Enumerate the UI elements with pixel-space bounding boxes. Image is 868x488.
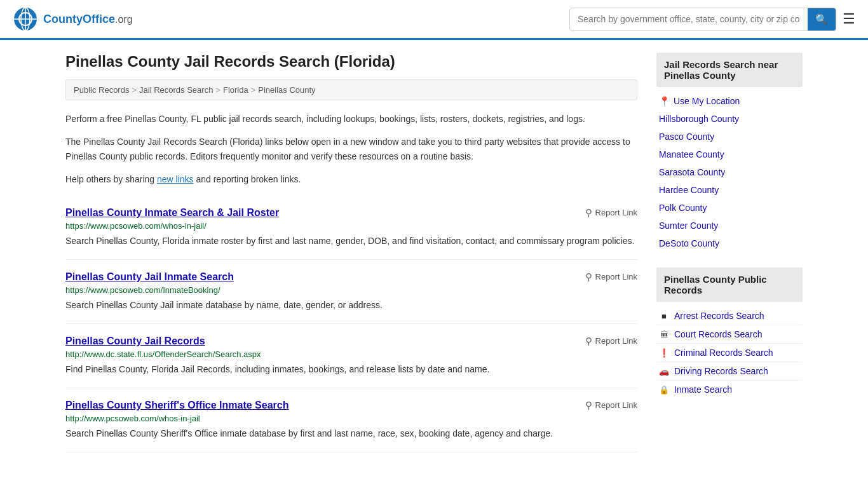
report-link-1[interactable]: ⚲ Report Link bbox=[585, 271, 637, 283]
use-location-link[interactable]: Use My Location bbox=[674, 96, 740, 106]
result-desc-3: Search Pinellas County Sheriff's Office … bbox=[65, 427, 637, 440]
report-icon-3: ⚲ bbox=[585, 400, 592, 411]
criminal-records-link[interactable]: Criminal Records Search bbox=[674, 348, 773, 358]
breadcrumb-public-records[interactable]: Public Records bbox=[74, 85, 129, 95]
search-button[interactable]: 🔍 bbox=[808, 8, 836, 30]
report-link-0[interactable]: ⚲ Report Link bbox=[585, 207, 637, 219]
sidebar-item-desoto[interactable]: DeSoto County bbox=[656, 234, 803, 252]
breadcrumb-current: Pinellas County bbox=[258, 85, 315, 95]
report-label-1: Report Link bbox=[595, 272, 637, 281]
desc-para-3: Help others by sharing new links and rep… bbox=[65, 172, 637, 186]
search-bar: 🔍 bbox=[569, 8, 836, 31]
breadcrumb-sep-1: > bbox=[132, 85, 137, 95]
location-pin-icon: 📍 bbox=[659, 96, 670, 106]
sidebar-item-manatee[interactable]: Manatee County bbox=[656, 146, 803, 163]
menu-button[interactable]: ☰ bbox=[843, 12, 855, 26]
desc-para-2: The Pinellas County Jail Records Search … bbox=[65, 135, 637, 163]
polk-county-link[interactable]: Polk County bbox=[659, 203, 707, 213]
desoto-county-link[interactable]: DeSoto County bbox=[659, 238, 719, 248]
sidebar-item-sumter[interactable]: Sumter County bbox=[656, 217, 803, 234]
result-url-2[interactable]: http://www.dc.state.fl.us/OffenderSearch… bbox=[65, 349, 637, 359]
public-records-section: Pinellas County Public Records ■ Arrest … bbox=[656, 268, 803, 398]
result-title-2[interactable]: Pinellas County Jail Records bbox=[65, 336, 205, 347]
breadcrumb: Public Records > Jail Records Search > F… bbox=[65, 79, 637, 100]
pasco-county-link[interactable]: Pasco County bbox=[659, 132, 714, 142]
search-input[interactable] bbox=[570, 9, 808, 29]
desc-para-1: Perform a free Pinellas County, FL publi… bbox=[65, 112, 637, 126]
sumter-county-link[interactable]: Sumter County bbox=[659, 220, 718, 231]
report-icon-2: ⚲ bbox=[585, 336, 592, 347]
result-desc-1: Search Pinellas County Jail inmate datab… bbox=[65, 299, 637, 312]
hillsborough-county-link[interactable]: Hillsborough County bbox=[659, 114, 739, 124]
court-records-link[interactable]: Court Records Search bbox=[674, 329, 763, 339]
result-header-1: Pinellas County Jail Inmate Search ⚲ Rep… bbox=[65, 271, 637, 283]
report-icon-1: ⚲ bbox=[585, 271, 592, 283]
result-item-3: Pinellas County Sheriff's Office Inmate … bbox=[65, 388, 637, 452]
use-location[interactable]: 📍 Use My Location bbox=[656, 92, 803, 110]
sidebar-item-pasco[interactable]: Pasco County bbox=[656, 128, 803, 146]
result-title-3[interactable]: Pinellas County Sheriff's Office Inmate … bbox=[65, 400, 288, 411]
result-desc-0: Search Pinellas County, Florida inmate r… bbox=[65, 234, 637, 248]
desc-para-3-start: Help others by sharing bbox=[65, 174, 157, 184]
result-item-1: Pinellas County Jail Inmate Search ⚲ Rep… bbox=[65, 260, 637, 324]
sidebar-public-driving[interactable]: 🚗 Driving Records Search bbox=[656, 362, 803, 381]
arrest-icon: ■ bbox=[659, 311, 669, 321]
result-url-1[interactable]: https://www.pcsoweb.com/InmateBooking/ bbox=[65, 285, 637, 295]
result-url-0[interactable]: https://www.pcsoweb.com/whos-in-jail/ bbox=[65, 221, 637, 231]
report-link-3[interactable]: ⚲ Report Link bbox=[585, 400, 637, 411]
court-icon: 🏛 bbox=[659, 329, 669, 339]
result-header-3: Pinellas County Sheriff's Office Inmate … bbox=[65, 400, 637, 411]
new-links-link[interactable]: new links bbox=[157, 174, 194, 184]
manatee-county-link[interactable]: Manatee County bbox=[659, 149, 724, 159]
results-list: Pinellas County Inmate Search & Jail Ros… bbox=[65, 196, 637, 452]
sidebar-item-hillsborough[interactable]: Hillsborough County bbox=[656, 110, 803, 128]
header-right: 🔍 ☰ bbox=[569, 8, 855, 31]
header: CountyOffice.org 🔍 ☰ bbox=[0, 0, 868, 40]
hardee-county-link[interactable]: Hardee County bbox=[659, 185, 719, 195]
nearby-section: Jail Records Search near Pinellas County… bbox=[656, 53, 803, 252]
criminal-icon: ❗ bbox=[659, 348, 669, 358]
report-icon-0: ⚲ bbox=[585, 207, 592, 219]
report-label-3: Report Link bbox=[595, 400, 637, 410]
report-link-2[interactable]: ⚲ Report Link bbox=[585, 336, 637, 347]
sidebar: Jail Records Search near Pinellas County… bbox=[656, 53, 803, 452]
sidebar-item-polk[interactable]: Polk County bbox=[656, 199, 803, 217]
sarasota-county-link[interactable]: Sarasota County bbox=[659, 167, 725, 177]
sidebar-item-hardee[interactable]: Hardee County bbox=[656, 181, 803, 199]
report-label-2: Report Link bbox=[595, 336, 637, 346]
nearby-heading: Jail Records Search near Pinellas County bbox=[656, 53, 803, 87]
result-item-2: Pinellas County Jail Records ⚲ Report Li… bbox=[65, 324, 637, 388]
public-records-heading: Pinellas County Public Records bbox=[656, 268, 803, 302]
result-header-0: Pinellas County Inmate Search & Jail Ros… bbox=[65, 207, 637, 219]
logo-text: CountyOffice.org bbox=[43, 13, 133, 26]
result-title-0[interactable]: Pinellas County Inmate Search & Jail Ros… bbox=[65, 207, 279, 219]
inmate-search-link[interactable]: Inmate Search bbox=[674, 384, 732, 395]
result-title-1[interactable]: Pinellas County Jail Inmate Search bbox=[65, 271, 234, 283]
logo-area: CountyOffice.org bbox=[13, 6, 133, 32]
breadcrumb-florida[interactable]: Florida bbox=[223, 85, 248, 95]
driving-icon: 🚗 bbox=[659, 366, 669, 376]
driving-records-link[interactable]: Driving Records Search bbox=[674, 366, 768, 376]
page-title: Pinellas County Jail Records Search (Flo… bbox=[65, 53, 637, 71]
content-area: Pinellas County Jail Records Search (Flo… bbox=[65, 53, 637, 452]
result-item-0: Pinellas County Inmate Search & Jail Ros… bbox=[65, 196, 637, 260]
logo-icon bbox=[13, 6, 38, 32]
arrest-records-link[interactable]: Arrest Records Search bbox=[674, 311, 764, 321]
main-container: Pinellas County Jail Records Search (Flo… bbox=[53, 40, 815, 465]
breadcrumb-sep-2: > bbox=[215, 85, 220, 95]
result-desc-2: Find Pinellas County, Florida Jail Recor… bbox=[65, 363, 637, 376]
sidebar-item-sarasota[interactable]: Sarasota County bbox=[656, 163, 803, 181]
sidebar-public-arrest[interactable]: ■ Arrest Records Search bbox=[656, 307, 803, 325]
sidebar-public-criminal[interactable]: ❗ Criminal Records Search bbox=[656, 344, 803, 362]
result-url-3[interactable]: http://www.pcsoweb.com/whos-in-jail bbox=[65, 414, 637, 423]
description: Perform a free Pinellas County, FL publi… bbox=[65, 112, 637, 187]
result-header-2: Pinellas County Jail Records ⚲ Report Li… bbox=[65, 336, 637, 347]
inmate-icon: 🔒 bbox=[659, 384, 669, 395]
sidebar-public-court[interactable]: 🏛 Court Records Search bbox=[656, 325, 803, 344]
sidebar-public-inmate[interactable]: 🔒 Inmate Search bbox=[656, 381, 803, 398]
breadcrumb-jail-records[interactable]: Jail Records Search bbox=[139, 85, 213, 95]
breadcrumb-sep-3: > bbox=[251, 85, 256, 95]
report-label-0: Report Link bbox=[595, 208, 637, 217]
desc-para-3-end: and reporting broken links. bbox=[194, 174, 301, 184]
